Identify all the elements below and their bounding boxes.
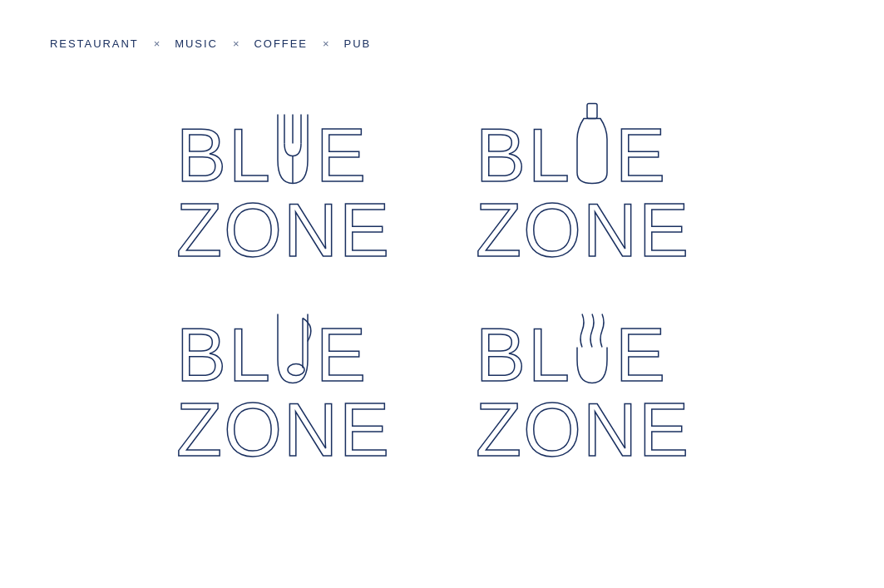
svg-text:L: L: [528, 314, 570, 397]
nav-music[interactable]: MUSIC: [175, 37, 218, 50]
svg-text:B: B: [176, 114, 228, 197]
music-logo-block: B L E ZONE: [176, 299, 409, 466]
restaurant-logo-block: B L E ZONE: [176, 100, 409, 266]
svg-rect-10: [587, 104, 597, 119]
coffee-logo-block: B L E ZONE: [476, 299, 709, 466]
svg-text:E: E: [316, 314, 366, 397]
svg-text:E: E: [316, 114, 366, 197]
svg-text:E: E: [615, 114, 665, 197]
svg-point-16: [288, 364, 304, 376]
navigation: RESTAURANT × MUSIC × COFFEE × PUB: [0, 0, 884, 75]
svg-text:ZONE: ZONE: [176, 388, 391, 467]
svg-text:E: E: [615, 314, 665, 397]
svg-text:L: L: [528, 114, 570, 197]
nav-pub[interactable]: PUB: [344, 37, 372, 50]
main-content: B L E ZONE: [0, 75, 884, 474]
restaurant-logo-svg: B L E ZONE: [176, 100, 409, 266]
music-logo-svg: B L E ZONE: [176, 299, 409, 466]
svg-text:B: B: [476, 114, 526, 197]
nav-separator-3: ×: [323, 37, 329, 50]
svg-text:ZONE: ZONE: [176, 189, 391, 267]
svg-text:ZONE: ZONE: [476, 388, 690, 467]
coffee-logo-svg: B L E ZONE: [476, 299, 709, 466]
nav-coffee[interactable]: COFFEE: [254, 37, 307, 50]
logos-grid: B L E ZONE: [176, 100, 709, 466]
pub-logo-block: B L E ZONE: [476, 100, 709, 266]
nav-restaurant[interactable]: RESTAURANT: [50, 37, 139, 50]
pub-logo-svg: B L E ZONE: [476, 100, 709, 266]
nav-separator-2: ×: [233, 37, 240, 50]
svg-text:B: B: [176, 314, 226, 397]
svg-text:L: L: [229, 114, 270, 197]
svg-text:L: L: [229, 314, 270, 397]
svg-text:B: B: [476, 314, 526, 397]
nav-separator-1: ×: [154, 37, 161, 50]
svg-text:ZONE: ZONE: [476, 189, 690, 267]
